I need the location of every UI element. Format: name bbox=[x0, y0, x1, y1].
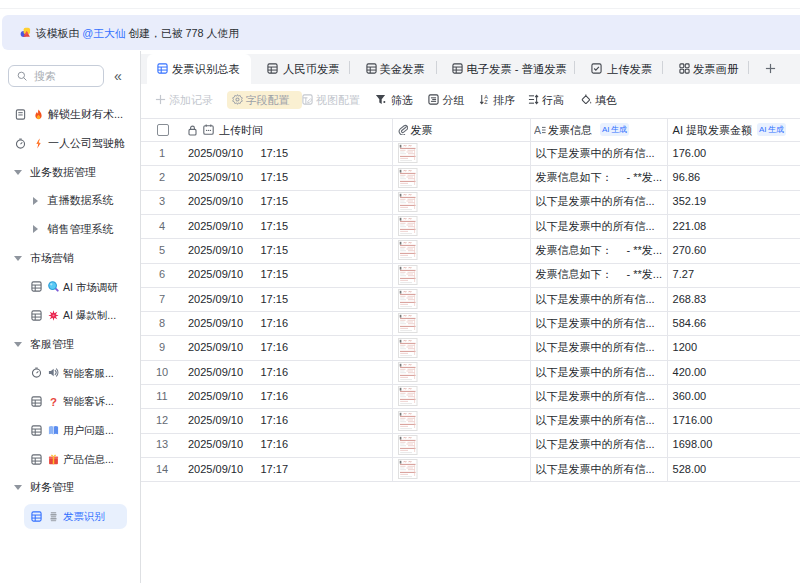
svg-text:Z: Z bbox=[484, 100, 488, 106]
svg-text:A: A bbox=[534, 124, 541, 135]
svg-text:?: ? bbox=[50, 396, 57, 407]
